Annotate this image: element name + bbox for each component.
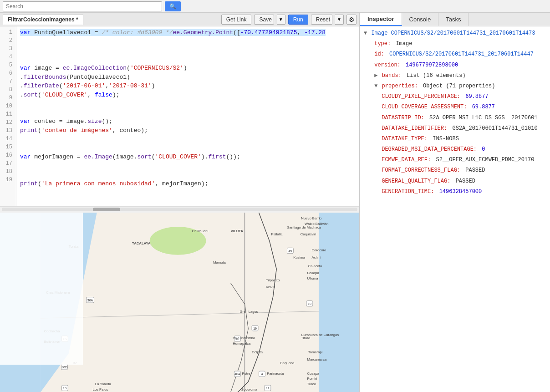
search-input[interactable]: [3, 1, 162, 11]
tasks-tab[interactable]: Tasks: [438, 13, 469, 26]
svg-text:Pomiri: Pomiri: [307, 377, 317, 381]
svg-text:Chillihuani: Chillihuani: [192, 229, 209, 233]
inspector-version: version: 1496779972898000: [360, 60, 550, 71]
svg-text:TACALAYA: TACALAYA: [132, 241, 151, 245]
inspector-general-quality: GENERAL_QUALITY_FLAG: PASSED: [360, 176, 550, 187]
inspector-title: Image COPERNICUS/S2/20170601T144731_2017…: [371, 30, 535, 36]
map-area[interactable]: 36A 19 45 1S 36D 1S 40 19 4 11: [0, 213, 359, 392]
inspector-cloud-coverage: CLOUD_COVERAGE_ASSESSMENT: 69.8877: [360, 102, 550, 112]
svg-text:45: 45: [289, 249, 292, 252]
inspector-tab[interactable]: Inspector: [360, 13, 402, 26]
reset-button[interactable]: Reset: [311, 15, 332, 25]
svg-text:Santiago de Machaca: Santiago de Machaca: [287, 225, 321, 229]
editor-panel: FiltrarColeccionImagenes * Get Link Save…: [0, 13, 360, 392]
svg-text:Callapa: Callapa: [307, 271, 320, 275]
inspector-degraded-msi: DEGRADED_MSI_DATA_PERCENTAGE: 0: [360, 144, 550, 155]
svg-text:Curahuara de Carangas: Curahuara de Carangas: [301, 332, 339, 336]
inspector-datatake-id: DATATAKE_IDENTIFIER: GS2A_20170601T14473…: [360, 123, 550, 134]
code-editor[interactable]: 12345678910111213141516171819 var PuntoQ…: [0, 26, 359, 206]
main-layout: FiltrarColeccionImagenes * Get Link Save…: [0, 13, 550, 392]
inspector-root[interactable]: ▼ Image COPERNICUS/S2/20170601T144731_20…: [360, 28, 550, 39]
svg-text:19: 19: [253, 326, 257, 330]
svg-text:Nuevo Barrio: Nuevo Barrio: [301, 216, 321, 220]
svg-text:19: 19: [308, 302, 311, 305]
root-arrow[interactable]: ▼: [364, 30, 367, 36]
editor-actions: Get Link Save ▼ Run Reset ▼ ⚙: [221, 15, 356, 25]
svg-text:Socoroma: Socoroma: [241, 387, 258, 391]
inspector-properties[interactable]: ▼ properties: Object (71 properties): [360, 81, 550, 92]
bands-arrow[interactable]: ▶: [374, 72, 377, 79]
svg-text:Los Palos: Los Palos: [92, 387, 108, 391]
svg-text:Colpita: Colpita: [252, 350, 263, 354]
svg-text:Tomarapi: Tomarapi: [308, 350, 323, 354]
right-tab-bar: Inspector Console Tasks: [360, 13, 550, 26]
save-button[interactable]: Save: [254, 15, 274, 25]
svg-text:Calacoto: Calacoto: [308, 264, 322, 268]
svg-text:La Yarada: La Yarada: [95, 382, 112, 386]
h-scroll-thumb[interactable]: [93, 208, 120, 211]
save-dropdown-button[interactable]: ▼: [277, 15, 285, 25]
svg-text:Humapalca: Humapalca: [233, 341, 251, 346]
svg-text:11: 11: [266, 387, 270, 390]
svg-text:VILUTA: VILUTA: [231, 229, 244, 233]
top-bar: 🔍: [0, 0, 550, 13]
inspector-cloudy-pixel: CLOUDY_PIXEL_PERCENTAGE: 69.8877: [360, 92, 550, 102]
svg-text:Visviri: Visviri: [266, 285, 275, 289]
settings-button[interactable]: ⚙: [346, 15, 356, 25]
svg-text:Caquena: Caquena: [280, 361, 295, 365]
svg-text:Marcamarca: Marcamarca: [307, 357, 327, 361]
svg-text:40A: 40A: [234, 372, 240, 376]
svg-text:Corocoro: Corocoro: [312, 248, 326, 252]
line-numbers: 12345678910111213141516171819: [0, 26, 16, 206]
svg-text:36D: 36D: [61, 365, 67, 368]
svg-text:4: 4: [261, 372, 263, 376]
h-scroll-track[interactable]: [2, 208, 357, 211]
svg-text:Ulloma: Ulloma: [307, 276, 319, 280]
inspector-datastrip-id: DATASTRIP_ID: S2A_OPER_MSI_L1C_DS_SGS__2…: [360, 113, 550, 123]
inspector-ecmwf: ECMWF_DATA_REF: S2__OPER_AUX_ECMWFD_PDMC…: [360, 155, 550, 165]
svg-text:Pallalla: Pallalla: [271, 232, 283, 236]
svg-text:36A: 36A: [87, 298, 93, 301]
svg-text:1S: 1S: [63, 387, 67, 390]
properties-arrow[interactable]: ▼: [374, 83, 377, 89]
reset-dropdown-button[interactable]: ▼: [335, 15, 344, 25]
code-content[interactable]: var PuntoQuellaveco1 = /* color: #d63000…: [16, 26, 359, 206]
svg-text:Villa Industrial: Villa Industrial: [233, 336, 255, 340]
right-panel: Inspector Console Tasks ▼ Image COPERNIC…: [360, 13, 550, 392]
get-link-button[interactable]: Get Link: [221, 15, 252, 25]
svg-text:Putre: Putre: [242, 371, 250, 375]
gear-icon: ⚙: [349, 16, 355, 23]
search-button[interactable]: 🔍: [165, 1, 181, 11]
editor-tab-bar: FiltrarColeccionImagenes * Get Link Save…: [0, 13, 359, 26]
svg-text:Cosapa: Cosapa: [307, 371, 320, 375]
svg-text:Caquiaviri: Caquiaviri: [300, 232, 316, 236]
editor-tab[interactable]: FiltrarColeccionImagenes *: [3, 14, 83, 25]
svg-text:Achiri: Achiri: [312, 255, 321, 259]
editor-scrollbar[interactable]: [0, 206, 359, 213]
inspector-id: id: COPERNICUS/S2/20170601T144731_201706…: [360, 49, 550, 60]
map-overlay: [0, 213, 83, 365]
svg-text:Tripartito: Tripartito: [266, 278, 280, 282]
svg-text:Parinacota: Parinacota: [267, 371, 284, 375]
svg-text:Gral. Lagos: Gral. Lagos: [240, 310, 258, 314]
inspector-format-correctness: FORMAT_CORRECTNESS_FLAG: PASSED: [360, 165, 550, 176]
svg-text:Tirara: Tirara: [301, 336, 311, 340]
inspector-content: ▼ Image COPERNICUS/S2/20170601T144731_20…: [360, 26, 550, 392]
console-tab[interactable]: Console: [402, 13, 439, 26]
inspector-bands[interactable]: ▶ bands: List (16 elements): [360, 71, 550, 81]
svg-text:Kusima: Kusima: [293, 255, 305, 259]
inspector-datatake-type: DATATAKE_TYPE: INS-NOBS: [360, 134, 550, 144]
svg-text:Mamuta: Mamuta: [213, 260, 226, 265]
inspector-type: type: Image: [360, 39, 550, 49]
svg-text:Turco: Turco: [307, 382, 316, 386]
run-button[interactable]: Run: [288, 15, 308, 25]
inspector-generation-time: GENERATION_TIME: 1496328457000: [360, 187, 550, 197]
